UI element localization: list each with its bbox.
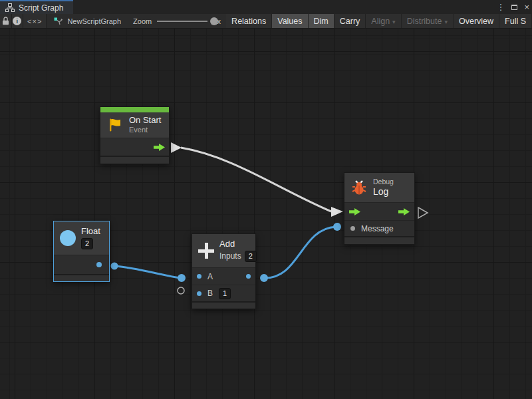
node-footer	[100, 156, 169, 164]
code-icon: <×>	[27, 17, 42, 25]
message-input-port[interactable]	[350, 226, 355, 231]
node-subtitle: Inputs	[219, 251, 241, 261]
add-port-b-label: B	[207, 289, 213, 298]
node-footer	[192, 301, 255, 309]
log-flow-row	[344, 202, 414, 220]
chevron-down-icon	[392, 17, 396, 26]
tab-title: Script Graph	[19, 3, 63, 13]
values-button[interactable]: Values	[272, 14, 308, 28]
node-float[interactable]: Float 2	[53, 221, 110, 282]
graph-toolbar: <×> NewScriptGraph Zoom 1x Relations Val…	[0, 14, 532, 29]
node-title: Log	[373, 186, 394, 198]
info-icon	[13, 17, 21, 25]
node-debug-log-header[interactable]: Debug Log	[344, 173, 414, 202]
maximize-icon[interactable]	[511, 5, 517, 10]
add-input-a-port[interactable]	[197, 274, 201, 279]
node-add[interactable]: Add Inputs 2 A B 1	[192, 233, 256, 309]
chevron-down-icon	[444, 17, 448, 26]
distribute-dropdown[interactable]: Distribute	[402, 14, 454, 28]
flow-input-port[interactable]	[349, 208, 360, 215]
zoom-slider-handle[interactable]	[210, 17, 218, 25]
add-port-a-label: A	[207, 272, 213, 281]
node-subtitle: Event	[129, 126, 161, 134]
node-title: Float	[81, 227, 100, 237]
add-input-b-port[interactable]	[197, 291, 201, 296]
graph-icon	[5, 3, 15, 12]
lock-icon	[2, 17, 9, 25]
fullscreen-button[interactable]: Full S	[499, 14, 532, 28]
code-view-button[interactable]: <×>	[23, 14, 47, 28]
log-message-row: Message	[344, 220, 414, 236]
float-ports-row	[54, 255, 109, 274]
zoom-label: Zoom	[133, 17, 152, 25]
window-menu-icon[interactable]: ⋮	[496, 3, 505, 11]
zoom-slider-track	[157, 21, 207, 22]
on-start-ports-row	[100, 138, 169, 156]
close-icon[interactable]: ×	[524, 3, 529, 11]
zoom-slider[interactable]	[157, 17, 207, 26]
align-dropdown[interactable]: Align	[366, 14, 401, 28]
node-title: Add	[219, 239, 257, 249]
node-footer	[344, 236, 414, 244]
add-b-value-field[interactable]: 1	[219, 288, 231, 299]
flow-output-port[interactable]	[398, 208, 410, 215]
tab-strip: Script Graph ⋮ ×	[0, 0, 532, 14]
flow-output-port[interactable]	[154, 144, 165, 151]
bug-icon	[350, 179, 368, 196]
overview-button[interactable]: Overview	[454, 14, 499, 28]
script-graph-window: Script Graph ⋮ × <×> NewScrip	[0, 0, 532, 399]
carry-button[interactable]: Carry	[334, 14, 366, 28]
lock-button[interactable]	[0, 14, 12, 28]
node-on-start[interactable]: On Start Event	[100, 106, 170, 164]
flag-icon	[106, 116, 124, 134]
add-port-b-row: B 1	[192, 285, 255, 301]
node-title: On Start	[129, 116, 161, 126]
event-color-bar	[100, 107, 169, 112]
relations-button[interactable]: Relations	[226, 14, 272, 28]
tab-script-graph[interactable]: Script Graph	[0, 0, 73, 14]
add-plus-icon	[198, 243, 214, 259]
add-port-a-row: A	[192, 267, 255, 285]
node-add-header[interactable]: Add Inputs 2	[192, 234, 255, 267]
graph-canvas[interactable]	[0, 29, 532, 399]
graph-name-group[interactable]: NewScriptGraph	[47, 14, 128, 28]
node-debug-log[interactable]: Debug Log Message	[344, 172, 415, 245]
inspect-button[interactable]	[12, 14, 24, 28]
add-inputs-count-field[interactable]: 2	[245, 251, 257, 262]
dim-button[interactable]: Dim	[309, 14, 334, 28]
float-value-icon	[60, 230, 76, 246]
node-footer	[54, 274, 109, 281]
zoom-control: Zoom 1x	[128, 14, 226, 28]
float-output-port[interactable]	[96, 262, 102, 267]
script-graph-asset-icon	[53, 17, 63, 26]
node-float-header[interactable]: Float 2	[54, 221, 109, 255]
add-output-port[interactable]	[246, 274, 251, 279]
float-value-field[interactable]: 2	[81, 238, 93, 249]
node-on-start-header[interactable]: On Start Event	[100, 112, 169, 138]
message-port-label: Message	[361, 224, 394, 233]
node-kind: Debug	[373, 178, 394, 186]
graph-name: NewScriptGraph	[67, 17, 121, 25]
